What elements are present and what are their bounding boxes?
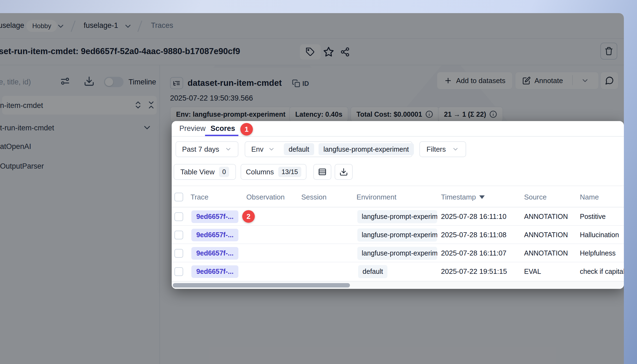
column-header-session: Session [301,186,327,208]
column-header-trace: Trace [191,186,209,208]
env-filter-button[interactable]: Env default langfuse-prompt-experiment [245,141,413,157]
row-checkbox[interactable] [174,267,183,276]
env-chip-experiment: langfuse-prompt-experiment [318,143,414,155]
tab-scores[interactable]: Scores [211,121,235,136]
environment-chip: default [358,265,387,278]
screenshot-stage: uselage Hobby fuselage-1 Traces set-run-… [0,0,637,364]
date-range-button[interactable]: Past 7 days [176,141,238,157]
table-row: 9ed6657f-... langfuse-prompt-experim 202… [172,244,624,262]
columns-label: Columns [246,168,274,176]
rows-icon [318,168,327,176]
column-header-observation: Observation [246,186,285,208]
environment-chip: langfuse-prompt-experim [357,247,437,260]
timestamp-cell: 2025-07-22 19:51:15 [441,262,507,281]
chevron-down-icon [225,146,232,153]
table-view-count: 0 [219,167,229,177]
environment-chip: langfuse-prompt-experim [357,228,437,242]
app-window: uselage Hobby fuselage-1 Traces set-run-… [0,13,624,364]
sort-descending-icon [479,195,485,199]
horizontal-scrollbar-thumb[interactable] [173,283,350,287]
source-cell: ANNOTATION [524,226,568,244]
name-cell: check if capital [580,262,624,281]
horizontal-scrollbar-track[interactable] [172,281,624,289]
columns-count: 13/15 [278,167,301,177]
table-view-label: Table View [180,168,215,176]
export-download-button[interactable] [335,164,353,180]
column-header-name: Name [580,186,599,208]
trace-id-chip[interactable]: 9ed6657f-... [191,265,238,278]
timestamp-cell: 2025-07-28 16:11:07 [441,244,507,262]
table-header-row: Trace Observation Session Environment Ti… [172,186,624,207]
filters-button[interactable]: Filters [419,141,466,157]
timestamp-cell: 2025-07-28 16:11:10 [441,207,507,226]
table-view-button[interactable]: Table View 0 [174,164,236,180]
trace-id-chip[interactable]: 9ed6657f-... [191,247,238,260]
table-row: 9ed6657f-... langfuse-prompt-experim 202… [172,207,624,226]
chevron-down-icon [452,146,459,153]
row-checkbox[interactable] [174,249,183,258]
timestamp-cell: 2025-07-28 16:11:08 [441,226,507,244]
table-row: 9ed6657f-... default 2025-07-22 19:51:15… [172,262,624,281]
annotation-marker-1: 1 [240,123,253,136]
source-cell: EVAL [524,262,541,281]
source-cell: ANNOTATION [524,244,568,262]
env-chip-default: default [284,143,314,155]
date-range-label: Past 7 days [182,145,219,154]
active-tab-underline [205,135,238,136]
chevron-down-icon [268,146,275,153]
trace-id-chip[interactable]: 9ed6657f-... [191,229,238,241]
column-header-source: Source [524,186,547,208]
name-cell: Hallucination [580,226,619,244]
env-filter-label: Env [251,145,264,154]
columns-button[interactable]: Columns 13/15 [241,164,306,180]
tab-bar: Preview Scores [172,121,624,137]
tab-preview[interactable]: Preview [179,121,206,136]
environment-chip: langfuse-prompt-experim [357,210,437,223]
scores-panel: Preview Scores 1 Past 7 days Env default… [172,121,624,289]
annotation-marker-2: 2 [242,210,255,223]
row-checkbox[interactable] [174,212,183,221]
name-cell: Postitive [580,207,606,226]
source-cell: ANNOTATION [524,207,568,226]
column-header-timestamp[interactable]: Timestamp [441,186,485,208]
trace-id-chip[interactable]: 9ed6657f-... [191,210,238,223]
row-height-button[interactable] [313,164,331,180]
select-all-checkbox[interactable] [174,193,183,201]
column-header-environment: Environment [357,186,396,208]
filters-label: Filters [426,145,446,154]
name-cell: Helpfulness [580,244,616,262]
table-row: 9ed6657f-... langfuse-prompt-experim 202… [172,226,624,244]
row-checkbox[interactable] [174,231,183,239]
timestamp-header-label: Timestamp [441,193,476,201]
download-icon [339,168,348,176]
